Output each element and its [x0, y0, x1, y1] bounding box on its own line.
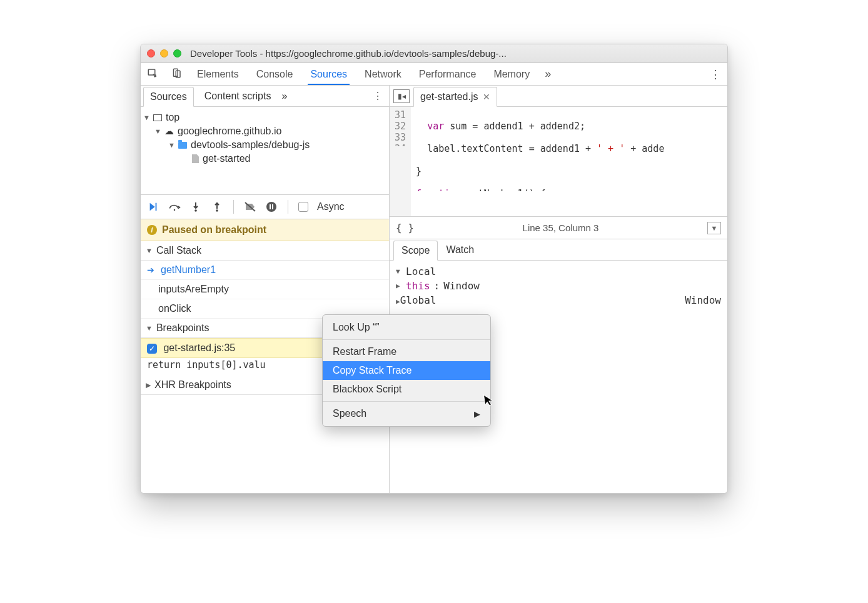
step-into-icon[interactable] [189, 201, 202, 213]
line-gutter: 31 32 33 34 [390, 107, 411, 216]
deactivate-breakpoints-icon[interactable] [244, 201, 256, 213]
editor-tabs: ▮◂ get-started.js ✕ [390, 86, 727, 107]
main-area: Sources Content scripts » ⋮ ▼ top ▼☁ goo… [141, 86, 727, 493]
menu-blackbox-script[interactable]: Blackbox Script [323, 380, 490, 399]
devtools-toolbar: Elements Console Sources Network Perform… [141, 63, 727, 86]
breakpoints-header-label: Breakpoints [156, 322, 209, 334]
resume-icon[interactable] [147, 201, 159, 213]
tree-file[interactable]: ▼ get-started [143, 152, 386, 166]
editor-statusbar: { } Line 35, Column 3 ▼ [390, 217, 727, 239]
debugger-controls: Async [141, 194, 389, 219]
right-panel: ▮◂ get-started.js ✕ 31 32 33 34 var sum … [390, 86, 727, 493]
tree-folder[interactable]: ▼ devtools-samples/debug-js [143, 138, 386, 152]
code-lines: var sum = addend1 + addend2; label.textC… [411, 107, 669, 216]
step-out-icon[interactable] [211, 201, 223, 213]
tab-memory[interactable]: Memory [491, 64, 532, 85]
scope-this[interactable]: ▶this: Window [396, 279, 721, 293]
callstack-frame-2-label: onClick [158, 303, 191, 314]
more-tabs-icon[interactable]: » [545, 67, 551, 81]
folder-icon [178, 142, 187, 149]
scope-global[interactable]: ▶Global Window [396, 293, 721, 307]
statusbar-dropdown-icon[interactable]: ▼ [707, 222, 721, 234]
svg-point-5 [194, 209, 197, 212]
close-window-button[interactable] [147, 49, 155, 57]
cursor-position: Line 35, Column 3 [523, 222, 599, 233]
divider [288, 200, 288, 214]
toggle-navigator-icon[interactable]: ▮◂ [393, 89, 410, 103]
menu-copy-stack-trace[interactable]: Copy Stack Trace [323, 361, 490, 380]
tab-performance[interactable]: Performance [416, 64, 479, 85]
navigator-tabs: Sources Content scripts » ⋮ [141, 86, 389, 107]
menu-divider [323, 401, 490, 402]
svg-rect-8 [270, 204, 271, 209]
tree-top[interactable]: ▼ top [143, 111, 386, 124]
pretty-print-icon[interactable]: { } [396, 222, 414, 234]
breakpoint-checkbox[interactable]: ✓ [147, 344, 157, 354]
scope-global-label: Global [400, 294, 437, 306]
left-panel: Sources Content scripts » ⋮ ▼ top ▼☁ goo… [141, 86, 390, 493]
tree-domain[interactable]: ▼☁ googlechrome.github.io [143, 124, 386, 138]
file-tab-get-started[interactable]: get-started.js ✕ [413, 87, 497, 107]
tab-watch[interactable]: Watch [438, 240, 482, 260]
context-menu: Look Up “” Restart Frame Copy Stack Trac… [322, 314, 491, 427]
svg-rect-0 [148, 69, 155, 75]
navigator-tab-sources[interactable]: Sources [143, 87, 194, 107]
frame-icon [153, 114, 162, 121]
info-icon: i [147, 225, 157, 235]
tab-sources[interactable]: Sources [308, 64, 350, 85]
tree-top-label: top [166, 112, 179, 123]
file-tree: ▼ top ▼☁ googlechrome.github.io ▼ devtoo… [141, 107, 389, 194]
scope-local[interactable]: ▼Local [396, 264, 721, 279]
xhr-breakpoints-label: XHR Breakpoints [154, 379, 231, 391]
step-over-icon[interactable] [168, 201, 181, 213]
callstack-frame-1-label: inputsAreEmpty [158, 284, 229, 295]
tree-folder-label: devtools-samples/debug-js [191, 139, 310, 151]
file-tab-label: get-started.js [420, 91, 478, 102]
callstack-frame-0-label: getNumber1 [161, 264, 216, 276]
tree-domain-label: googlechrome.github.io [178, 126, 281, 137]
scope-this-label: this [406, 280, 430, 292]
traffic-lights [147, 49, 181, 57]
async-checkbox[interactable] [298, 202, 308, 212]
scope-watch-tabs: Scope Watch [390, 239, 727, 261]
callstack-header[interactable]: ▼Call Stack [141, 241, 389, 261]
menu-restart-frame[interactable]: Restart Frame [323, 342, 490, 361]
navigator-kebab-icon[interactable]: ⋮ [373, 90, 383, 102]
callstack-frame-0[interactable]: ➔ getNumber1 [141, 261, 389, 280]
scope-this-value: Window [443, 280, 480, 292]
scope-global-value: Window [685, 294, 721, 306]
devtools-window: Developer Tools - https://googlechrome.g… [140, 44, 728, 494]
callstack-frame-1[interactable]: inputsAreEmpty [141, 280, 389, 299]
navigator-more-icon[interactable]: » [281, 91, 287, 102]
device-toggle-icon[interactable] [171, 67, 182, 81]
tab-network[interactable]: Network [362, 64, 404, 85]
menu-speech[interactable]: Speech ▶ [323, 404, 490, 423]
async-label: Async [317, 201, 345, 212]
file-icon [192, 154, 199, 163]
cloud-icon: ☁ [164, 126, 174, 137]
submenu-arrow-icon: ▶ [474, 409, 480, 419]
tab-elements[interactable]: Elements [194, 64, 241, 85]
current-frame-arrow-icon: ➔ [147, 265, 156, 275]
pause-on-exceptions-icon[interactable] [265, 201, 278, 213]
navigator-tab-content-scripts[interactable]: Content scripts [198, 86, 278, 106]
svg-rect-3 [156, 203, 157, 211]
code-editor[interactable]: 31 32 33 34 var sum = addend1 + addend2;… [390, 107, 727, 217]
svg-rect-9 [272, 204, 273, 209]
scope-local-label: Local [406, 266, 436, 277]
menu-lookup[interactable]: Look Up “” [323, 318, 490, 337]
menu-divider [323, 339, 490, 340]
svg-point-4 [174, 209, 176, 211]
close-tab-icon[interactable]: ✕ [483, 92, 490, 102]
paused-banner: i Paused on breakpoint [141, 219, 389, 241]
inspect-icon[interactable] [147, 67, 158, 81]
svg-point-7 [266, 202, 276, 212]
callstack-header-label: Call Stack [156, 245, 201, 256]
tab-console[interactable]: Console [254, 64, 296, 85]
zoom-window-button[interactable] [173, 49, 181, 57]
tab-scope[interactable]: Scope [393, 241, 438, 261]
settings-kebab-icon[interactable]: ⋮ [710, 67, 721, 81]
paused-message: Paused on breakpoint [162, 224, 266, 236]
minimize-window-button[interactable] [160, 49, 168, 57]
scope-body: ▼Local ▶this: Window ▶Global Window [390, 261, 727, 311]
